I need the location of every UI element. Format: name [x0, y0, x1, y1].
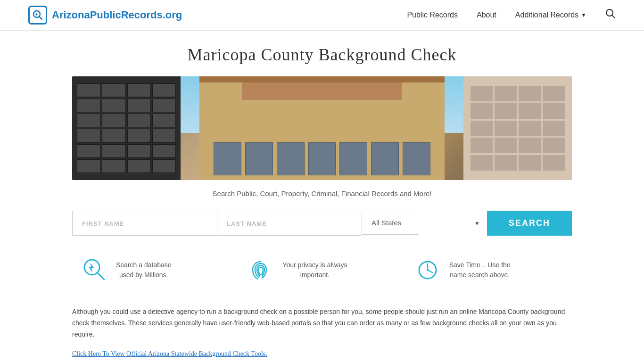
feature-database-text: Search a databaseused by Millions.: [116, 260, 172, 280]
state-select-wrapper: All States Alabama Alaska Arizona Arkans…: [362, 211, 487, 236]
clock-icon: [415, 257, 441, 283]
page-title: Maricopa County Background Check: [72, 45, 572, 65]
logo-icon: [28, 6, 47, 25]
feature-privacy: Your privacy is alwaysimportant.: [239, 252, 405, 288]
subtitle: Search Public, Court, Property, Criminal…: [72, 189, 572, 197]
last-name-input[interactable]: [217, 211, 362, 236]
search-button[interactable]: SEARCH: [487, 211, 572, 236]
svg-line-5: [612, 15, 615, 18]
svg-point-12: [427, 269, 429, 271]
svg-line-1: [39, 16, 42, 19]
hero-image: [72, 76, 572, 180]
search-flash-icon: [82, 257, 107, 283]
main-content: Maricopa County Background Check: [63, 31, 581, 362]
main-nav: Public Records About Additional Records …: [407, 8, 616, 22]
site-header: ArizonaPublicRecords.org Public Records …: [0, 0, 644, 31]
nav-additional-records[interactable]: Additional Records ▼: [515, 11, 586, 19]
first-name-input[interactable]: [72, 211, 217, 236]
logo-text: ArizonaPublicRecords.org: [52, 9, 182, 21]
feature-privacy-text: Your privacy is alwaysimportant.: [282, 260, 347, 280]
feature-savetime: Save Time... Use thename search above.: [405, 252, 572, 288]
search-form: All States Alabama Alaska Arizona Arkans…: [72, 211, 572, 236]
feature-database: Search a databaseused by Millions.: [72, 252, 239, 288]
state-select[interactable]: All States Alabama Alaska Arizona Arkans…: [362, 211, 419, 235]
statewide-tools-link[interactable]: Click Here To View Official Arizona Stat…: [72, 350, 267, 357]
search-icon[interactable]: [605, 8, 616, 22]
chevron-down-icon: ▼: [581, 12, 586, 18]
feature-savetime-text: Save Time... Use thename search above.: [449, 260, 511, 280]
fingerprint-icon: [248, 257, 274, 283]
svg-marker-8: [89, 263, 94, 272]
svg-line-7: [97, 272, 104, 280]
features-row: Search a databaseused by Millions. Your …: [72, 252, 572, 288]
body-paragraph: Although you could use a detective agenc…: [72, 306, 572, 340]
site-logo[interactable]: ArizonaPublicRecords.org: [28, 6, 182, 25]
nav-about[interactable]: About: [477, 11, 496, 19]
nav-public-records[interactable]: Public Records: [407, 11, 458, 19]
